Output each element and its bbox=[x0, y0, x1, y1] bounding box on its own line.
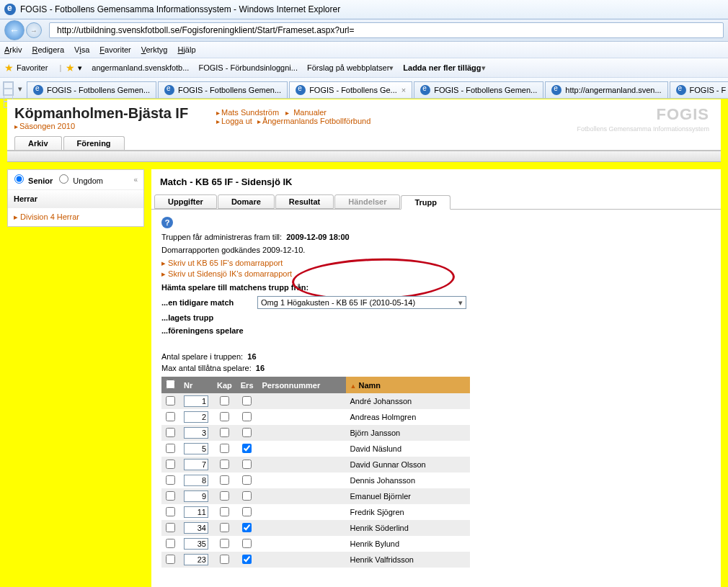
table-row: Fredrik Sjögren bbox=[161, 504, 470, 520]
logout-link[interactable]: Logga ut bbox=[221, 117, 252, 125]
nr-input[interactable] bbox=[184, 411, 208, 423]
browser-tab-1[interactable]: FOGIS - Fotbollens Gemen... bbox=[158, 81, 288, 98]
tab-forening[interactable]: Förening bbox=[63, 136, 125, 150]
ers-checkbox[interactable] bbox=[242, 444, 252, 453]
row-select[interactable] bbox=[166, 523, 175, 532]
tab-arkiv[interactable]: Arkiv bbox=[14, 136, 62, 150]
row-select[interactable] bbox=[166, 539, 175, 548]
kap-checkbox[interactable] bbox=[220, 428, 229, 437]
nr-input[interactable] bbox=[184, 490, 208, 502]
match-tab-uppgifter[interactable]: Uppgifter bbox=[154, 194, 217, 209]
nr-input[interactable] bbox=[184, 554, 208, 565]
print-report-1[interactable]: Skriv ut KB 65 IF's domarrapport bbox=[168, 259, 283, 267]
season-link[interactable]: Säsongen 2010 bbox=[19, 122, 75, 130]
row-select[interactable] bbox=[166, 460, 175, 469]
kap-checkbox[interactable] bbox=[220, 444, 229, 453]
ers-checkbox[interactable] bbox=[242, 507, 252, 516]
row-select[interactable] bbox=[166, 491, 175, 501]
menu-visa[interactable]: Visa bbox=[74, 45, 89, 54]
close-icon[interactable]: × bbox=[401, 86, 406, 94]
menu-hjalp[interactable]: Hjälp bbox=[177, 45, 195, 54]
player-name: Dennis Johansson bbox=[346, 472, 470, 488]
kap-checkbox[interactable] bbox=[220, 460, 229, 469]
kap-checkbox[interactable] bbox=[220, 539, 229, 548]
ers-checkbox[interactable] bbox=[242, 428, 252, 437]
quicktabs-icon[interactable] bbox=[3, 81, 14, 96]
kap-checkbox[interactable] bbox=[220, 396, 229, 405]
table-row: Andreas Holmgren bbox=[161, 409, 470, 425]
th-namn[interactable]: ▲Namn bbox=[346, 377, 470, 393]
match-tab-domare[interactable]: Domare bbox=[218, 194, 275, 209]
ers-checkbox[interactable] bbox=[242, 555, 252, 564]
manual-link[interactable]: Manualer bbox=[293, 108, 327, 117]
row-select[interactable] bbox=[166, 475, 175, 485]
help-icon[interactable]: ? bbox=[161, 217, 173, 228]
print-report-2[interactable]: Skriv ut Sidensjö IK's domarrapport bbox=[168, 269, 292, 278]
nr-input[interactable] bbox=[184, 459, 208, 470]
match-tab-händelser[interactable]: Händelser bbox=[334, 194, 400, 209]
fetch-team-squad[interactable]: ...lagets trupp bbox=[161, 313, 213, 322]
ers-checkbox[interactable] bbox=[242, 491, 252, 501]
row-select[interactable] bbox=[166, 507, 175, 516]
collapse-icon[interactable]: « bbox=[133, 176, 138, 184]
fav-add-icon[interactable]: ★▾ bbox=[66, 62, 82, 73]
kap-checkbox[interactable] bbox=[220, 523, 229, 532]
content-panel: Match - KB 65 IF - Sidensjö IK Uppgifter… bbox=[151, 169, 721, 587]
address-input[interactable] bbox=[56, 24, 723, 36]
ers-checkbox[interactable] bbox=[242, 460, 252, 469]
match-tab-resultat[interactable]: Resultat bbox=[275, 194, 334, 209]
table-row: David Gunnar Olsson bbox=[161, 457, 470, 472]
fetch-club-players[interactable]: ...föreningens spelare bbox=[161, 326, 244, 335]
row-select[interactable] bbox=[166, 444, 175, 453]
fav-link-3[interactable]: Förslag på webbplatser bbox=[305, 63, 394, 73]
forward-button[interactable]: → bbox=[26, 22, 42, 38]
kap-checkbox[interactable] bbox=[220, 491, 229, 501]
previous-match-select[interactable]: Omg 1 Högakusten - KB 65 IF (2010-05-14) bbox=[257, 296, 466, 309]
kap-checkbox[interactable] bbox=[220, 412, 229, 421]
nr-input[interactable] bbox=[184, 443, 208, 454]
ers-checkbox[interactable] bbox=[242, 396, 252, 405]
kap-checkbox[interactable] bbox=[220, 507, 229, 516]
nr-input[interactable] bbox=[184, 395, 208, 407]
radio-senior[interactable]: Senior bbox=[14, 174, 53, 185]
browser-tab-3[interactable]: FOGIS - Fotbollens Gemen... bbox=[414, 81, 543, 98]
fav-link-4[interactable]: Ladda ner fler tillägg bbox=[401, 63, 485, 73]
menu-favoriter[interactable]: Favoriter bbox=[99, 45, 130, 54]
fav-link-1[interactable]: angermanland.svenskfotb... bbox=[89, 63, 189, 72]
row-select[interactable] bbox=[166, 428, 175, 437]
row-select[interactable] bbox=[166, 396, 175, 405]
address-bar[interactable] bbox=[49, 22, 724, 38]
browser-tab-0[interactable]: FOGIS - Fotbollens Gemen... bbox=[27, 81, 156, 98]
kap-checkbox[interactable] bbox=[220, 475, 229, 485]
match-tab-trupp[interactable]: Trupp bbox=[401, 195, 450, 210]
nr-input[interactable] bbox=[184, 427, 208, 439]
browser-tab-4[interactable]: http://angermanland.sven... bbox=[545, 81, 667, 98]
ers-checkbox[interactable] bbox=[242, 539, 252, 548]
back-button[interactable]: ← bbox=[4, 20, 25, 40]
user-link[interactable]: Mats Sundström bbox=[221, 108, 279, 117]
ers-checkbox[interactable] bbox=[242, 523, 252, 532]
sidebar-division[interactable]: ▸ Division 4 Herrar bbox=[8, 208, 143, 226]
sidebar-gender[interactable]: Herrar bbox=[8, 190, 143, 208]
favorites-label[interactable]: Favoriter bbox=[17, 63, 48, 72]
fetch-previous-match[interactable]: ...en tidigare match Omg 1 Högakusten - … bbox=[161, 296, 711, 309]
browser-tab-2[interactable]: FOGIS - Fotbollens Ge...× bbox=[289, 81, 412, 98]
ers-checkbox[interactable] bbox=[242, 475, 252, 485]
th-select[interactable] bbox=[161, 377, 179, 393]
row-select[interactable] bbox=[166, 555, 175, 564]
table-row: Emanuel Björnler bbox=[161, 488, 470, 504]
federation-link[interactable]: Ångermanlands Fotbollförbund bbox=[262, 117, 370, 125]
menu-arkiv[interactable]: Arkiv bbox=[4, 45, 22, 54]
fav-link-2[interactable]: FOGIS - Förbundsinloggni... bbox=[196, 63, 298, 72]
radio-ungdom[interactable]: Ungdom bbox=[58, 174, 103, 185]
menu-verktyg[interactable]: Verktyg bbox=[141, 45, 168, 54]
nr-input[interactable] bbox=[184, 475, 208, 486]
nr-input[interactable] bbox=[184, 506, 208, 518]
nr-input[interactable] bbox=[184, 538, 208, 550]
nr-input[interactable] bbox=[184, 522, 208, 534]
ers-checkbox[interactable] bbox=[242, 412, 252, 421]
kap-checkbox[interactable] bbox=[220, 555, 229, 564]
row-select[interactable] bbox=[166, 412, 175, 421]
browser-tab-5[interactable]: FOGIS - F bbox=[670, 81, 728, 98]
menu-redigera[interactable]: Redigera bbox=[32, 45, 64, 54]
